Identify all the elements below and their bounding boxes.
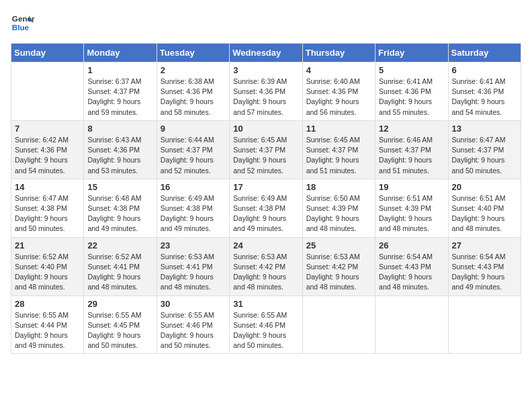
day-info: Sunrise: 6:42 AMSunset: 4:36 PMDaylight:…: [15, 136, 69, 175]
day-info: Sunrise: 6:39 AMSunset: 4:36 PMDaylight:…: [233, 77, 287, 116]
day-number: 21: [15, 240, 80, 250]
day-info: Sunrise: 6:54 AMSunset: 4:43 PMDaylight:…: [379, 253, 433, 291]
day-number: 26: [379, 240, 444, 250]
calendar-cell: 6 Sunrise: 6:41 AMSunset: 4:36 PMDayligh…: [448, 62, 521, 121]
day-number: 11: [306, 124, 371, 134]
calendar-cell: [448, 295, 521, 354]
calendar-cell: 21 Sunrise: 6:52 AMSunset: 4:40 PMDaylig…: [11, 237, 84, 295]
calendar-cell: 25 Sunrise: 6:53 AMSunset: 4:42 PMDaylig…: [302, 237, 375, 295]
day-info: Sunrise: 6:46 AMSunset: 4:37 PMDaylight:…: [379, 136, 433, 175]
day-number: 6: [452, 65, 517, 75]
calendar-cell: 27 Sunrise: 6:54 AMSunset: 4:43 PMDaylig…: [448, 237, 521, 295]
calendar-cell: 4 Sunrise: 6:40 AMSunset: 4:36 PMDayligh…: [302, 62, 375, 121]
calendar-cell: 16 Sunrise: 6:49 AMSunset: 4:38 PMDaylig…: [157, 179, 229, 237]
calendar-cell: 17 Sunrise: 6:49 AMSunset: 4:38 PMDaylig…: [230, 179, 302, 237]
day-info: Sunrise: 6:53 AMSunset: 4:42 PMDaylight:…: [306, 253, 360, 291]
day-info: Sunrise: 6:40 AMSunset: 4:36 PMDaylight:…: [306, 77, 360, 116]
day-number: 5: [379, 65, 444, 75]
calendar-cell: 22 Sunrise: 6:52 AMSunset: 4:41 PMDaylig…: [84, 237, 157, 295]
calendar-cell: 24 Sunrise: 6:53 AMSunset: 4:42 PMDaylig…: [230, 237, 302, 295]
calendar-cell: [11, 62, 84, 121]
day-number: 25: [306, 240, 371, 250]
day-number: 31: [233, 299, 298, 309]
day-info: Sunrise: 6:55 AMSunset: 4:45 PMDaylight:…: [87, 311, 141, 350]
calendar-cell: 23 Sunrise: 6:53 AMSunset: 4:41 PMDaylig…: [157, 237, 229, 295]
day-number: 24: [233, 240, 298, 250]
page-header: General Blue: [11, 11, 521, 35]
day-info: Sunrise: 6:45 AMSunset: 4:37 PMDaylight:…: [233, 136, 287, 175]
calendar-cell: 9 Sunrise: 6:44 AMSunset: 4:37 PMDayligh…: [157, 120, 229, 179]
day-number: 15: [87, 182, 152, 192]
calendar-week-4: 21 Sunrise: 6:52 AMSunset: 4:40 PMDaylig…: [11, 237, 521, 295]
day-info: Sunrise: 6:37 AMSunset: 4:37 PMDaylight:…: [87, 77, 141, 116]
calendar-cell: 3 Sunrise: 6:39 AMSunset: 4:36 PMDayligh…: [230, 62, 302, 121]
weekday-header-monday: Monday: [84, 44, 157, 62]
day-info: Sunrise: 6:55 AMSunset: 4:46 PMDaylight:…: [233, 311, 287, 350]
day-number: 29: [87, 299, 152, 309]
day-number: 2: [161, 65, 226, 75]
weekday-header-friday: Friday: [375, 44, 448, 62]
calendar-cell: 28 Sunrise: 6:55 AMSunset: 4:44 PMDaylig…: [11, 295, 84, 354]
day-number: 19: [379, 182, 444, 192]
logo: General Blue: [11, 11, 35, 35]
day-info: Sunrise: 6:52 AMSunset: 4:41 PMDaylight:…: [87, 253, 141, 291]
calendar-cell: [302, 295, 375, 354]
calendar-week-1: 1 Sunrise: 6:37 AMSunset: 4:37 PMDayligh…: [11, 62, 521, 121]
calendar-cell: 11 Sunrise: 6:45 AMSunset: 4:37 PMDaylig…: [302, 120, 375, 179]
calendar-table: SundayMondayTuesdayWednesdayThursdayFrid…: [11, 43, 521, 354]
day-number: 3: [233, 65, 298, 75]
day-number: 27: [452, 240, 517, 250]
weekday-header-row: SundayMondayTuesdayWednesdayThursdayFrid…: [11, 44, 521, 62]
day-info: Sunrise: 6:54 AMSunset: 4:43 PMDaylight:…: [452, 253, 506, 291]
day-number: 12: [379, 124, 444, 134]
day-info: Sunrise: 6:53 AMSunset: 4:42 PMDaylight:…: [233, 253, 287, 291]
weekday-header-saturday: Saturday: [448, 44, 521, 62]
day-number: 23: [161, 240, 226, 250]
calendar-cell: 2 Sunrise: 6:38 AMSunset: 4:36 PMDayligh…: [157, 62, 229, 121]
day-info: Sunrise: 6:49 AMSunset: 4:38 PMDaylight:…: [161, 194, 214, 233]
day-number: 13: [452, 124, 517, 134]
calendar-cell: 30 Sunrise: 6:55 AMSunset: 4:46 PMDaylig…: [157, 295, 229, 354]
day-number: 28: [15, 299, 80, 309]
calendar-cell: 14 Sunrise: 6:47 AMSunset: 4:38 PMDaylig…: [11, 179, 84, 237]
calendar-cell: 5 Sunrise: 6:41 AMSunset: 4:36 PMDayligh…: [375, 62, 448, 121]
weekday-header-wednesday: Wednesday: [230, 44, 302, 62]
calendar-week-5: 28 Sunrise: 6:55 AMSunset: 4:44 PMDaylig…: [11, 295, 521, 354]
svg-text:Blue: Blue: [12, 23, 30, 32]
weekday-header-thursday: Thursday: [302, 44, 375, 62]
calendar-cell: 26 Sunrise: 6:54 AMSunset: 4:43 PMDaylig…: [375, 237, 448, 295]
day-info: Sunrise: 6:47 AMSunset: 4:37 PMDaylight:…: [452, 136, 506, 175]
day-number: 18: [306, 182, 371, 192]
calendar-cell: [375, 295, 448, 354]
day-info: Sunrise: 6:45 AMSunset: 4:37 PMDaylight:…: [306, 136, 360, 175]
weekday-header-sunday: Sunday: [11, 44, 84, 62]
day-number: 7: [15, 124, 80, 134]
day-number: 10: [233, 124, 298, 134]
day-number: 4: [306, 65, 371, 75]
day-info: Sunrise: 6:51 AMSunset: 4:39 PMDaylight:…: [379, 194, 433, 233]
calendar-cell: 31 Sunrise: 6:55 AMSunset: 4:46 PMDaylig…: [230, 295, 302, 354]
day-info: Sunrise: 6:47 AMSunset: 4:38 PMDaylight:…: [15, 194, 69, 233]
day-number: 22: [87, 240, 152, 250]
day-number: 16: [161, 182, 226, 192]
calendar-cell: 15 Sunrise: 6:48 AMSunset: 4:38 PMDaylig…: [84, 179, 157, 237]
weekday-header-tuesday: Tuesday: [157, 44, 229, 62]
day-info: Sunrise: 6:43 AMSunset: 4:36 PMDaylight:…: [87, 136, 141, 175]
day-info: Sunrise: 6:52 AMSunset: 4:40 PMDaylight:…: [15, 253, 69, 291]
calendar-cell: 1 Sunrise: 6:37 AMSunset: 4:37 PMDayligh…: [84, 62, 157, 121]
calendar-cell: 19 Sunrise: 6:51 AMSunset: 4:39 PMDaylig…: [375, 179, 448, 237]
day-info: Sunrise: 6:55 AMSunset: 4:44 PMDaylight:…: [15, 311, 69, 350]
day-info: Sunrise: 6:38 AMSunset: 4:36 PMDaylight:…: [161, 77, 214, 116]
calendar-cell: 8 Sunrise: 6:43 AMSunset: 4:36 PMDayligh…: [84, 120, 157, 179]
calendar-cell: 29 Sunrise: 6:55 AMSunset: 4:45 PMDaylig…: [84, 295, 157, 354]
calendar-cell: 20 Sunrise: 6:51 AMSunset: 4:40 PMDaylig…: [448, 179, 521, 237]
day-number: 9: [161, 124, 226, 134]
calendar-cell: 12 Sunrise: 6:46 AMSunset: 4:37 PMDaylig…: [375, 120, 448, 179]
day-number: 14: [15, 182, 80, 192]
calendar-cell: 7 Sunrise: 6:42 AMSunset: 4:36 PMDayligh…: [11, 120, 84, 179]
day-number: 17: [233, 182, 298, 192]
day-number: 8: [87, 124, 152, 134]
calendar-cell: 10 Sunrise: 6:45 AMSunset: 4:37 PMDaylig…: [230, 120, 302, 179]
day-info: Sunrise: 6:55 AMSunset: 4:46 PMDaylight:…: [161, 311, 214, 350]
day-info: Sunrise: 6:41 AMSunset: 4:36 PMDaylight:…: [379, 77, 433, 116]
